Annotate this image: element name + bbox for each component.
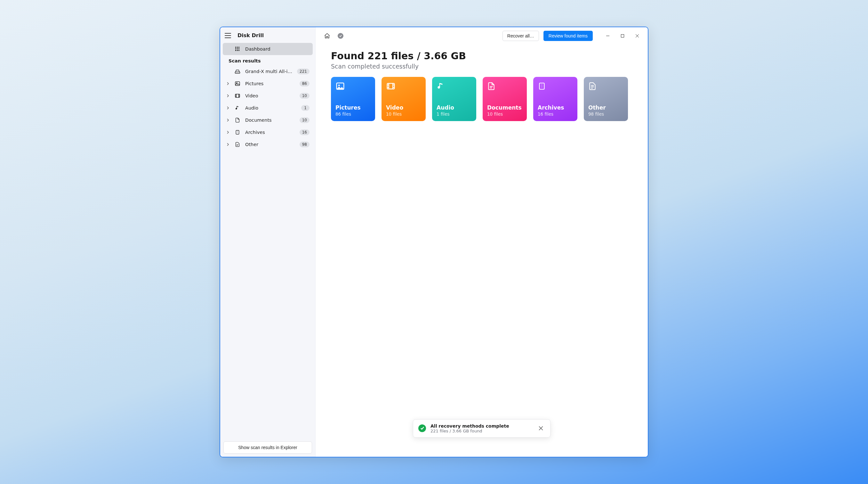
svg-point-15: [338, 85, 340, 86]
audio-icon: [234, 105, 241, 111]
chevron-right-icon: [226, 131, 230, 134]
sidebar-items: Dashboard Scan results Grand-X multi All…: [220, 43, 315, 438]
maximize-button[interactable]: [615, 30, 630, 41]
home-button[interactable]: [322, 31, 332, 40]
window-controls: [600, 30, 645, 41]
summary-headline: Found 221 files / 3.66 GB: [331, 50, 632, 61]
tile-video[interactable]: Video 10 files: [381, 77, 426, 121]
svg-rect-5: [239, 48, 239, 49]
sidebar-item-label: Audio: [245, 105, 297, 111]
tile-other[interactable]: Other 98 files: [584, 77, 628, 121]
toast-sub: 221 files / 3.66 GB found: [431, 429, 534, 433]
chevron-right-icon: [226, 143, 230, 146]
chevron-right-icon: [226, 118, 230, 122]
app-title: Disk Drill: [238, 32, 264, 38]
svg-rect-1: [237, 47, 238, 48]
tile-sub: 86 files: [335, 111, 371, 117]
drive-icon: [234, 68, 241, 74]
sidebar-item-pictures[interactable]: Pictures 86: [223, 78, 313, 90]
svg-rect-3: [235, 48, 236, 49]
content: Found 221 files / 3.66 GB Scan completed…: [316, 45, 648, 121]
tile-pictures[interactable]: Pictures 86 files: [331, 77, 375, 121]
archive-icon: [538, 81, 547, 91]
tile-sub: 1 files: [437, 111, 472, 117]
tile-title: Archives: [538, 105, 573, 111]
minimize-button[interactable]: [600, 30, 615, 41]
count-badge: 221: [297, 68, 310, 74]
tile-documents[interactable]: Documents 10 files: [483, 77, 527, 121]
document-icon: [234, 117, 241, 123]
count-badge: 10: [300, 117, 310, 123]
sidebar-item-device[interactable]: Grand-X multi All-in-On… 221: [223, 65, 313, 78]
sidebar-header: Disk Drill: [220, 27, 315, 43]
topbar: Recover all… Review found items: [316, 27, 648, 45]
sidebar-item-label: Pictures: [245, 81, 295, 86]
sidebar-item-archives[interactable]: Archives 16: [223, 126, 313, 138]
count-badge: 1: [301, 105, 310, 111]
tile-archives[interactable]: Archives 16 files: [533, 77, 578, 121]
document-icon: [487, 81, 497, 91]
tile-audio[interactable]: Audio 1 files: [432, 77, 476, 121]
svg-rect-6: [235, 50, 236, 51]
count-badge: 98: [300, 142, 310, 147]
sidebar-item-label: Grand-X multi All-in-On…: [245, 69, 292, 74]
tile-sub: 10 files: [386, 111, 421, 117]
video-icon: [234, 93, 241, 99]
sidebar-footer: Show scan results in Explorer: [220, 438, 315, 457]
archive-icon: [234, 130, 241, 135]
svg-rect-7: [237, 50, 238, 51]
svg-rect-0: [235, 47, 236, 48]
sidebar-item-label: Other: [245, 142, 295, 147]
sidebar-item-label: Documents: [245, 118, 295, 123]
completion-toast: All recovery methods complete 221 files …: [413, 419, 551, 437]
main-area: Recover all… Review found items Found 22…: [316, 27, 648, 457]
sidebar-item-label: Dashboard: [245, 47, 310, 52]
svg-rect-2: [239, 47, 239, 48]
chevron-right-icon: [226, 82, 230, 85]
svg-rect-9: [235, 82, 240, 86]
tile-title: Documents: [487, 105, 522, 111]
svg-rect-13: [621, 35, 624, 37]
svg-rect-16: [387, 83, 395, 89]
sidebar-item-audio[interactable]: Audio 1: [223, 102, 313, 114]
tile-title: Audio: [437, 105, 472, 111]
review-found-items-button[interactable]: Review found items: [544, 31, 593, 41]
toast-title: All recovery methods complete: [431, 424, 534, 429]
picture-icon: [234, 81, 241, 86]
sidebar-item-documents[interactable]: Documents 10: [223, 114, 313, 126]
category-tiles: Pictures 86 files Video 10 files: [331, 77, 632, 121]
svg-rect-11: [235, 94, 240, 98]
chevron-right-icon: [226, 106, 230, 110]
sidebar-section-title: Scan results: [223, 55, 313, 65]
svg-rect-4: [237, 48, 238, 49]
file-icon: [234, 142, 241, 147]
status-check-button[interactable]: [336, 31, 345, 40]
sidebar-item-label: Archives: [245, 130, 295, 135]
recover-all-button[interactable]: Recover all…: [502, 31, 539, 41]
show-in-explorer-button[interactable]: Show scan results in Explorer: [223, 442, 312, 454]
tile-title: Other: [588, 105, 623, 111]
tile-sub: 10 files: [487, 111, 522, 117]
summary-subhead: Scan completed successfully: [331, 63, 632, 70]
sidebar-item-label: Video: [245, 93, 295, 98]
sidebar-item-video[interactable]: Video 10: [223, 90, 313, 102]
tile-title: Video: [386, 105, 421, 111]
file-icon: [588, 81, 598, 91]
tile-sub: 98 files: [588, 111, 623, 117]
success-check-icon: [418, 424, 426, 432]
count-badge: 16: [300, 130, 310, 135]
chevron-right-icon: [226, 94, 230, 97]
sidebar-item-dashboard[interactable]: Dashboard: [223, 43, 313, 55]
svg-rect-8: [239, 50, 239, 51]
picture-icon: [335, 81, 345, 91]
hamburger-icon[interactable]: [225, 33, 231, 38]
app-window: Disk Drill Dashboard Scan results Grand-…: [220, 27, 648, 457]
tile-title: Pictures: [335, 105, 371, 111]
close-button[interactable]: [630, 30, 645, 41]
sidebar-item-other[interactable]: Other 98: [223, 138, 313, 150]
check-circle-icon: [338, 33, 343, 39]
dashboard-icon: [234, 47, 241, 52]
sidebar: Disk Drill Dashboard Scan results Grand-…: [220, 27, 316, 457]
count-badge: 10: [300, 93, 310, 99]
toast-close-button[interactable]: [539, 426, 545, 430]
